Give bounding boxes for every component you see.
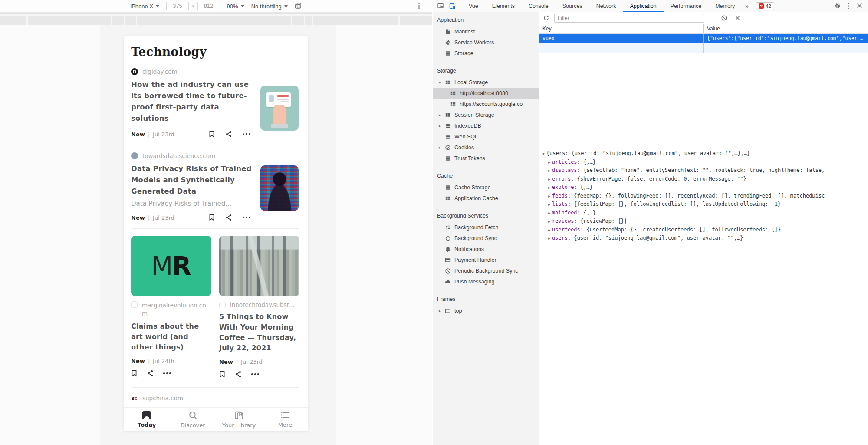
collapse-arrow-icon[interactable]: ▸ <box>439 113 445 117</box>
more-tabs-button[interactable]: » <box>742 3 752 10</box>
sidebar-item-web-sql[interactable]: Web SQL <box>433 131 539 142</box>
share-icon[interactable] <box>225 131 232 138</box>
json-line-users[interactable]: ▸users: {user_id: "siujoeng.lau@gmail.co… <box>542 234 868 243</box>
storage-row-vuex[interactable]: vuex {"users":{"user_id":"siujoeng.lau@g… <box>539 34 868 43</box>
sidebar-item-background-sync[interactable]: Background Sync <box>433 233 539 244</box>
article-towardsdatascience[interactable]: towardsdatascience.com Data Privacy Risk… <box>131 152 299 221</box>
sidebar-item-session-storage[interactable]: ▸ Session Storage <box>433 109 539 120</box>
collapse-arrow-icon[interactable]: ▸ <box>548 185 550 190</box>
json-line-feeds[interactable]: ▸feeds: {feedMap: {}, followingFeed: [],… <box>542 192 868 201</box>
json-line-userfeeds[interactable]: ▸userfeeds: {userfeedMap: {}, createdUse… <box>542 226 868 234</box>
error-count-badge[interactable]: 42 <box>756 2 774 10</box>
article-title[interactable]: Data Privacy Risks of Trained Models and… <box>131 163 253 197</box>
collapse-arrow-icon[interactable]: ▸ <box>548 202 550 207</box>
more-options-icon[interactable] <box>163 372 171 374</box>
bookmark-icon[interactable] <box>219 371 225 378</box>
settings-button[interactable] <box>831 0 843 12</box>
nav-your-library[interactable]: Your Library <box>216 408 262 431</box>
sidebar-item-accounts-google[interactable]: https://accounts.google.co <box>433 99 539 109</box>
expand-arrow-icon[interactable]: ▾ <box>542 151 545 156</box>
device-type-select[interactable]: iPhone X <box>130 3 159 10</box>
tab-vue[interactable]: Vue <box>462 0 485 12</box>
sidebar-item-localhost-8080[interactable]: http://localhost:8080 <box>433 88 539 99</box>
json-line-articles[interactable]: ▸articles: {,…} <box>542 158 868 167</box>
bookmark-icon[interactable] <box>209 214 215 221</box>
zoom-select[interactable]: 90% <box>227 3 244 10</box>
article-title[interactable]: 5 Things to Know With Your Morning Coffe… <box>219 312 299 353</box>
more-options-icon[interactable] <box>243 217 250 218</box>
article-innotechtoday[interactable]: innotechtoday.subst... 5 Things to Know … <box>219 236 299 378</box>
viewport-height-input[interactable]: 812 <box>197 2 220 10</box>
rotate-device-button[interactable] <box>295 3 302 10</box>
sidebar-item-cache-storage[interactable]: Cache Storage <box>433 182 539 193</box>
nav-today[interactable]: Today <box>124 408 170 431</box>
json-line-mainfeed[interactable]: ▸mainfeed: {,…} <box>542 209 868 218</box>
article-digiday[interactable]: D digiday.com How the ad industry can us… <box>131 68 299 138</box>
json-root-line[interactable]: ▾{users: {user_id: "siujoeng.lau@gmail.c… <box>542 149 868 158</box>
collapse-arrow-icon[interactable]: ▸ <box>548 168 550 173</box>
toggle-device-toolbar-button[interactable] <box>447 0 459 12</box>
sidebar-item-indexeddb[interactable]: ▸ IndexedDB <box>433 120 539 131</box>
tab-performance[interactable]: Performance <box>664 0 709 12</box>
collapse-arrow-icon[interactable]: ▸ <box>548 177 550 181</box>
close-devtools-button[interactable] <box>853 0 865 12</box>
article-title[interactable]: How the ad industry can use its borrowed… <box>131 79 253 124</box>
bookmark-icon[interactable] <box>209 131 215 138</box>
sidebar-item-payment-handler[interactable]: Payment Handler <box>433 254 539 265</box>
tab-memory[interactable]: Memory <box>708 0 742 12</box>
throttling-select[interactable]: No throttling <box>251 3 288 10</box>
sidebar-item-service-workers[interactable]: Service Workers <box>433 37 539 48</box>
media-query-bar[interactable] <box>0 13 432 25</box>
collapse-arrow-icon[interactable]: ▸ <box>548 160 550 165</box>
sidebar-item-periodic-background-sync[interactable]: Periodic Background Sync <box>433 265 539 276</box>
article-supchina[interactable]: sc supchina.com <box>131 395 299 402</box>
sidebar-item-notifications[interactable]: Notifications <box>433 244 539 254</box>
tab-elements[interactable]: Elements <box>485 0 522 12</box>
share-icon[interactable] <box>235 371 242 378</box>
collapse-arrow-icon[interactable]: ▸ <box>548 227 550 232</box>
sidebar-item-top-frame[interactable]: ▸ top <box>433 305 539 316</box>
sidebar-item-trust-tokens[interactable]: Trust Tokens <box>433 153 539 164</box>
sidebar-item-manifest[interactable]: Manifest <box>433 26 539 37</box>
key-column-header[interactable]: Key <box>539 24 704 33</box>
collapse-arrow-icon[interactable]: ▸ <box>548 236 550 241</box>
collapse-arrow-icon[interactable]: ▸ <box>439 309 445 313</box>
collapse-arrow-icon[interactable]: ▸ <box>548 211 550 215</box>
filter-input[interactable] <box>554 14 704 23</box>
json-line-errors[interactable]: ▸errors: {showErrorPage: false, errorCod… <box>542 175 868 184</box>
inspect-element-button[interactable] <box>434 0 447 12</box>
json-line-reviews[interactable]: ▸reviews: {reviewMap: {}} <box>542 217 868 226</box>
value-column-header[interactable]: Value <box>704 24 868 33</box>
empty-row[interactable] <box>539 43 868 53</box>
device-toolbar-menu-button[interactable] <box>418 3 420 9</box>
expand-arrow-icon[interactable]: ▾ <box>439 80 445 85</box>
tab-application[interactable]: Application <box>623 0 663 12</box>
tab-console[interactable]: Console <box>522 0 556 12</box>
collapse-arrow-icon[interactable]: ▸ <box>439 145 445 150</box>
nav-discover[interactable]: Discover <box>170 408 216 431</box>
more-options-icon[interactable] <box>251 373 259 375</box>
more-options-icon[interactable] <box>243 133 250 135</box>
tab-network[interactable]: Network <box>589 0 623 12</box>
refresh-button[interactable] <box>542 13 550 24</box>
json-line-explore[interactable]: ▸explore: {,…} <box>542 183 868 192</box>
tab-sources[interactable]: Sources <box>556 0 589 12</box>
collapse-arrow-icon[interactable]: ▸ <box>439 124 445 128</box>
sidebar-item-cookies[interactable]: ▸ Cookies <box>433 142 539 153</box>
share-icon[interactable] <box>147 370 154 377</box>
share-icon[interactable] <box>225 214 232 221</box>
json-line-lists[interactable]: ▸lists: {feedlistMap: {}, followingFeedl… <box>542 200 868 209</box>
delete-selected-button[interactable] <box>733 13 742 24</box>
article-title[interactable]: Claims about the art world (and other th… <box>131 321 211 353</box>
bookmark-icon[interactable] <box>131 370 137 377</box>
collapse-arrow-icon[interactable]: ▸ <box>548 219 550 224</box>
viewport-width-input[interactable]: 375 <box>166 2 189 10</box>
sidebar-item-application-cache[interactable]: Application Cache <box>433 193 539 204</box>
sidebar-item-local-storage[interactable]: ▾ Local Storage <box>433 77 539 88</box>
nav-more[interactable]: More <box>262 408 308 431</box>
delete-all-button[interactable] <box>719 13 729 24</box>
sidebar-item-push-messaging[interactable]: Push Messaging <box>433 276 539 287</box>
sidebar-item-background-fetch[interactable]: Background Fetch <box>433 222 539 233</box>
article-marginalrevolution[interactable]: MR marginalrevolution.com Claims about t… <box>131 236 211 378</box>
sidebar-item-storage[interactable]: Storage <box>433 48 539 59</box>
